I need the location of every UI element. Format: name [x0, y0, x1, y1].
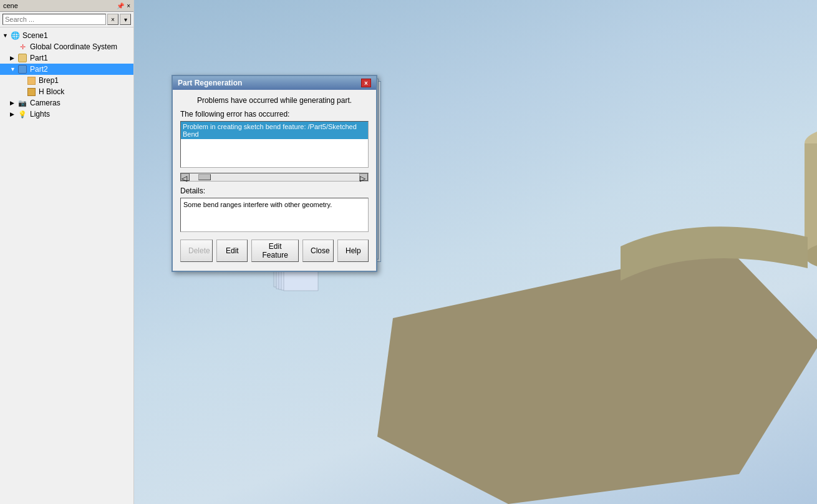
camera-icon: 📷	[17, 98, 27, 108]
brep-icon	[26, 75, 36, 85]
tree-expand-arrow-part2: ▼	[10, 66, 17, 72]
tree-expand-arrow: ▼	[2, 32, 10, 39]
scene-icon: 🌐	[10, 31, 20, 41]
tree-expand-arrow-lights: ▶	[10, 111, 17, 117]
dialog-body: Problems have occurred while generating …	[173, 90, 376, 271]
sidebar-item-hblock[interactable]: H Block	[0, 86, 133, 97]
sidebar-pin-icon[interactable]: 📌	[117, 2, 124, 9]
tree-expand-arrow-part1: ▶	[10, 55, 17, 61]
dialog-horizontal-scrollbar[interactable]: ◁ ▷	[180, 173, 369, 182]
sidebar-item-scene1[interactable]: ▼ 🌐 Scene1	[0, 30, 133, 41]
scene-tree: ▼ 🌐 Scene1 ✛ Global Coordinate System ▶ …	[0, 27, 133, 504]
tree-label-brep1: Brep1	[39, 76, 59, 85]
dialog-title: Part Regeneration	[178, 79, 242, 87]
close-button[interactable]: Close	[302, 240, 334, 262]
scrollbar-right-arrow[interactable]: ▷	[359, 173, 368, 181]
tree-label-global-coord: Global Coordinate System	[30, 42, 117, 51]
help-button[interactable]: Help	[337, 240, 369, 262]
scrollbar-left-arrow[interactable]: ◁	[181, 173, 190, 181]
delete-button[interactable]: Delete	[180, 240, 213, 262]
search-options-button[interactable]: ▾	[120, 14, 131, 25]
sidebar-close-icon[interactable]: ×	[127, 2, 130, 9]
tree-expand-arrow-cameras: ▶	[10, 100, 17, 106]
edit-feature-button[interactable]: Edit Feature	[251, 240, 299, 262]
search-clear-button[interactable]: ×	[107, 14, 118, 25]
dialog-error-text: Problem in creating sketch bend feature:…	[181, 122, 368, 139]
viewport[interactable]: Part Regeneration × Problems have occurr…	[134, 0, 817, 504]
tree-label-part2: Part2	[30, 65, 48, 74]
sidebar-header: cene 📌 ×	[0, 0, 133, 12]
sidebar-item-lights[interactable]: ▶ 💡 Lights	[0, 109, 133, 120]
tree-label-scene1: Scene1	[22, 31, 48, 40]
tree-label-hblock: H Block	[39, 87, 64, 96]
sidebar-title: cene	[3, 2, 18, 9]
coord-icon: ✛	[17, 42, 27, 52]
search-bar: × ▾	[0, 12, 133, 27]
dialog-button-row: Delete Edit Edit Feature Close Help	[180, 240, 369, 264]
dialog-titlebar: Part Regeneration ×	[173, 76, 376, 90]
sidebar-item-cameras[interactable]: ▶ 📷 Cameras	[0, 97, 133, 109]
dialog-details-text: Some bend ranges interfere with other ge…	[180, 198, 369, 232]
dialog-error-textbox[interactable]: Problem in creating sketch bend feature:…	[180, 121, 369, 168]
search-input[interactable]	[2, 14, 106, 25]
part1-icon	[17, 53, 27, 63]
part-regeneration-dialog: Part Regeneration × Problems have occurr…	[172, 75, 377, 272]
light-icon: 💡	[17, 109, 27, 119]
sidebar-item-part1[interactable]: ▶ Part1	[0, 52, 133, 64]
part2-icon	[17, 64, 27, 74]
dialog-main-message: Problems have occurred while generating …	[180, 96, 369, 105]
tree-label-lights: Lights	[30, 110, 50, 119]
sidebar-item-brep1[interactable]: Brep1	[0, 75, 133, 86]
tree-label-cameras: Cameras	[30, 99, 60, 107]
tree-label-part1: Part1	[30, 54, 48, 62]
dialog-close-button[interactable]: ×	[361, 79, 371, 87]
sidebar-item-part2[interactable]: ▼ Part2	[0, 64, 133, 75]
scrollbar-thumb[interactable]	[198, 174, 211, 180]
dialog-details-label: Details:	[180, 187, 369, 195]
sidebar-item-global-coord[interactable]: ✛ Global Coordinate System	[0, 41, 133, 52]
edit-button[interactable]: Edit	[216, 240, 248, 262]
sidebar: cene 📌 × × ▾ ▼ 🌐 Scene1 ✛ Global Coordin…	[0, 0, 134, 504]
dialog-error-label: The following error has occurred:	[180, 110, 369, 119]
hblock-icon	[26, 87, 36, 97]
